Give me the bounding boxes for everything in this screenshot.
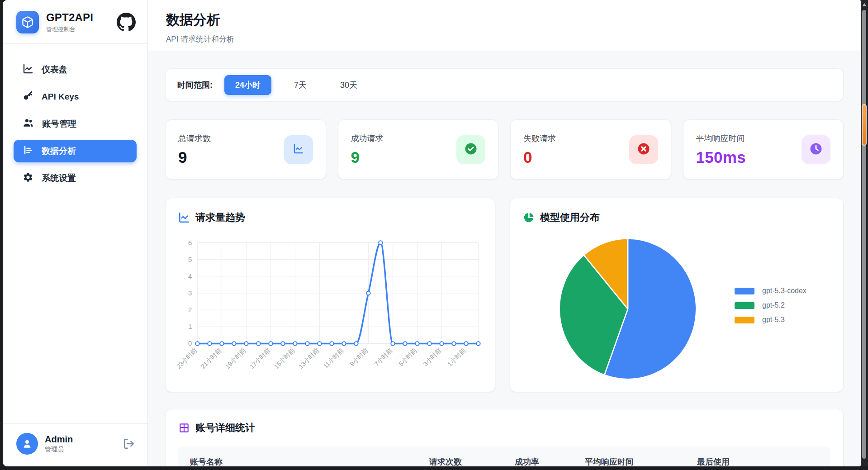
table-header-row: 账号名称请求次数成功率平均响应时间最后使用 [178, 446, 830, 466]
key-icon [23, 90, 33, 104]
stat-label: 失败请求 [523, 133, 556, 144]
stat-label: 平均响应时间 [696, 133, 746, 144]
page-subtitle: API 请求统计和分析 [166, 34, 843, 44]
avatar [16, 433, 38, 455]
sidebar-item-label: 账号管理 [42, 118, 76, 130]
time-range-option-1[interactable]: 7天 [283, 75, 318, 95]
logout-icon[interactable] [123, 438, 135, 450]
chart-line-icon [293, 143, 304, 156]
stat-label: 总请求数 [178, 133, 211, 144]
scrollbar-highlight[interactable] [862, 104, 867, 146]
svg-text:21小时前: 21小时前 [199, 347, 223, 370]
legend-label: gpt-5.3 [762, 316, 785, 324]
person-icon [21, 438, 33, 450]
sidebar-item-1[interactable]: API Keys [14, 85, 137, 108]
legend-swatch [735, 302, 754, 309]
time-range-option-0[interactable]: 24小时 [224, 75, 271, 95]
legend-item-0: gpt-5.3-codex [735, 287, 806, 295]
app-logo [16, 11, 39, 33]
clock-icon [809, 142, 823, 157]
legend-swatch [735, 317, 754, 323]
check-circle-icon [464, 142, 478, 157]
table-header-1: 请求次数 [429, 456, 462, 466]
main-area: 数据分析 API 请求统计和分析 时间范围: 24小时7天30天 总请求数 9 … [148, 0, 861, 466]
legend-swatch [735, 288, 754, 294]
table-icon [178, 422, 190, 434]
sidebar-item-2[interactable]: 账号管理 [14, 113, 137, 135]
scroll-up-arrow[interactable] [862, 3, 867, 6]
content: 时间范围: 24小时7天30天 总请求数 9 成功请求 9 失败请求 0 平均响… [148, 51, 861, 466]
model-usage-card: 模型使用分布 gpt-5.3-codexgpt-5.2gpt-5.3 [510, 198, 844, 392]
svg-text:5: 5 [188, 256, 192, 263]
users-icon [23, 117, 34, 131]
page-header: 数据分析 API 请求统计和分析 [148, 0, 861, 51]
table-header-4: 最后使用 [697, 456, 730, 466]
svg-text:4: 4 [188, 272, 192, 280]
stat-card-3: 平均响应时间 150ms [683, 119, 844, 180]
brand-subtitle: 管理控制台 [46, 25, 117, 33]
bar-chart-icon [23, 145, 33, 158]
svg-text:23小时前: 23小时前 [175, 347, 199, 370]
user-role: 管理员 [45, 446, 123, 454]
svg-text:1小时前: 1小时前 [446, 347, 467, 367]
svg-text:2: 2 [188, 306, 192, 313]
stat-label: 成功请求 [351, 133, 384, 144]
svg-text:11小时前: 11小时前 [322, 347, 345, 370]
table-title: 账号详细统计 [195, 421, 255, 435]
chart-line-icon [23, 63, 33, 76]
github-icon[interactable] [117, 13, 136, 32]
svg-text:7小时前: 7小时前 [373, 347, 394, 367]
legend-label: gpt-5.2 [762, 301, 785, 309]
account-stats-card: 账号详细统计 账号名称请求次数成功率平均响应时间最后使用 [165, 409, 844, 466]
sidebar-item-3[interactable]: 数据分析 [14, 140, 137, 162]
table-header-2: 成功率 [515, 456, 539, 466]
legend-item-2: gpt-5.3 [735, 316, 806, 324]
svg-text:0: 0 [188, 339, 192, 347]
svg-text:17小时前: 17小时前 [248, 347, 272, 370]
scrollbar[interactable] [861, 0, 868, 470]
sidebar-item-label: 仪表盘 [42, 64, 67, 76]
sidebar-item-label: API Keys [42, 92, 79, 102]
time-range-label: 时间范围: [177, 80, 213, 90]
charts-row: 012345623小时前21小时前19小时前17小时前15小时前13小时前11小… [165, 198, 844, 392]
app-window: GPT2API 管理控制台 仪表盘API Keys账号管理数据分析系统设置 Ad… [3, 0, 861, 466]
stat-card-0: 总请求数 9 [165, 119, 326, 180]
requests-trend-chart: 012345623小时前21小时前19小时前17小时前15小时前13小时前11小… [166, 198, 495, 392]
sidebar: GPT2API 管理控制台 仪表盘API Keys账号管理数据分析系统设置 Ad… [3, 0, 148, 466]
stat-value: 9 [178, 148, 211, 166]
table-header-0: 账号名称 [190, 456, 223, 466]
svg-text:19小时前: 19小时前 [224, 347, 247, 370]
time-range-option-2[interactable]: 30天 [329, 75, 368, 95]
stat-card-1: 成功请求 9 [338, 119, 499, 180]
window-frame-bottom [0, 466, 868, 470]
gear-icon [23, 172, 33, 185]
sidebar-item-0[interactable]: 仪表盘 [14, 58, 137, 81]
x-circle-icon [637, 142, 650, 157]
scrollbar-thumb[interactable] [862, 10, 866, 459]
svg-text:13小时前: 13小时前 [297, 347, 321, 370]
svg-text:15小时前: 15小时前 [273, 347, 296, 370]
svg-text:5小时前: 5小时前 [397, 347, 418, 367]
svg-text:6: 6 [188, 239, 192, 247]
brand-title: GPT2API [46, 11, 117, 24]
svg-text:9小时前: 9小时前 [348, 347, 369, 367]
stat-value: 150ms [696, 148, 746, 166]
stat-value: 0 [523, 148, 556, 166]
sidebar-item-label: 系统设置 [42, 172, 76, 184]
table-header-3: 平均响应时间 [585, 456, 634, 466]
package-icon [21, 16, 34, 28]
time-range-card: 时间范围: 24小时7天30天 [165, 68, 844, 101]
sidebar-item-4[interactable]: 系统设置 [14, 167, 137, 190]
page-title: 数据分析 [166, 11, 843, 29]
legend-label: gpt-5.3-codex [762, 287, 806, 295]
user-name: Admin [45, 434, 123, 445]
stat-value: 9 [351, 148, 384, 166]
brand: GPT2API 管理控制台 [3, 0, 147, 43]
requests-trend-card: 012345623小时前21小时前19小时前17小时前15小时前13小时前11小… [165, 198, 495, 392]
sidebar-nav: 仪表盘API Keys账号管理数据分析系统设置 [3, 44, 147, 423]
legend-item-1: gpt-5.2 [735, 301, 806, 309]
svg-text:3: 3 [188, 289, 192, 297]
pie-legend: gpt-5.3-codexgpt-5.2gpt-5.3 [735, 287, 806, 324]
svg-text:1: 1 [188, 323, 192, 330]
stats-row: 总请求数 9 成功请求 9 失败请求 0 平均响应时间 150ms [165, 119, 844, 180]
